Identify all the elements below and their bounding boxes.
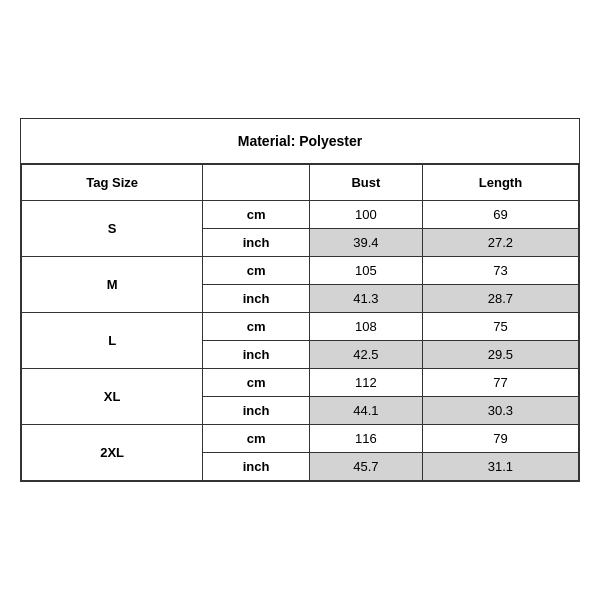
table-header-row: Tag Size Bust Length	[22, 165, 579, 201]
length-cm-value: 77	[422, 369, 578, 397]
tag-size-cell: M	[22, 257, 203, 313]
length-inch-value: 31.1	[422, 453, 578, 481]
length-cm-value: 79	[422, 425, 578, 453]
unit-cell: inch	[203, 229, 310, 257]
table-row: Scm10069	[22, 201, 579, 229]
unit-cell: inch	[203, 341, 310, 369]
length-cm-value: 75	[422, 313, 578, 341]
length-cm-value: 69	[422, 201, 578, 229]
tag-size-header: Tag Size	[22, 165, 203, 201]
length-inch-value: 27.2	[422, 229, 578, 257]
table-row: Lcm10875	[22, 313, 579, 341]
bust-cm-value: 112	[309, 369, 422, 397]
bust-cm-value: 100	[309, 201, 422, 229]
unit-cell: inch	[203, 285, 310, 313]
bust-cm-value: 105	[309, 257, 422, 285]
unit-cell: cm	[203, 369, 310, 397]
tag-size-cell: 2XL	[22, 425, 203, 481]
size-table: Tag Size Bust Length Scm10069inch39.427.…	[21, 164, 579, 481]
length-inch-value: 28.7	[422, 285, 578, 313]
chart-title: Material: Polyester	[21, 119, 579, 164]
bust-inch-value: 39.4	[309, 229, 422, 257]
unit-cell: cm	[203, 257, 310, 285]
length-cm-value: 73	[422, 257, 578, 285]
unit-cell: cm	[203, 313, 310, 341]
length-header: Length	[422, 165, 578, 201]
tag-size-cell: S	[22, 201, 203, 257]
tag-size-cell: L	[22, 313, 203, 369]
bust-header: Bust	[309, 165, 422, 201]
bust-inch-value: 45.7	[309, 453, 422, 481]
unit-cell: inch	[203, 453, 310, 481]
bust-inch-value: 44.1	[309, 397, 422, 425]
length-inch-value: 29.5	[422, 341, 578, 369]
unit-cell: cm	[203, 201, 310, 229]
table-row: XLcm11277	[22, 369, 579, 397]
bust-inch-value: 41.3	[309, 285, 422, 313]
size-chart: Material: Polyester Tag Size Bust Length…	[20, 118, 580, 482]
unit-cell: cm	[203, 425, 310, 453]
tag-size-cell: XL	[22, 369, 203, 425]
unit-header	[203, 165, 310, 201]
bust-inch-value: 42.5	[309, 341, 422, 369]
table-row: 2XLcm11679	[22, 425, 579, 453]
bust-cm-value: 108	[309, 313, 422, 341]
unit-cell: inch	[203, 397, 310, 425]
bust-cm-value: 116	[309, 425, 422, 453]
table-row: Mcm10573	[22, 257, 579, 285]
length-inch-value: 30.3	[422, 397, 578, 425]
